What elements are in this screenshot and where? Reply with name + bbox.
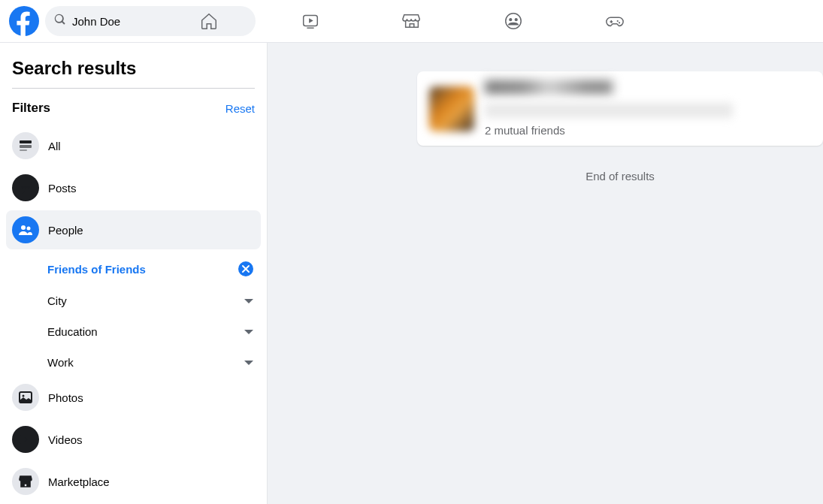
end-of-results: End of results <box>417 158 823 195</box>
sub-filter-label: Friends of Friends <box>47 263 146 276</box>
sub-filter-label: Work <box>47 356 74 369</box>
svg-rect-10 <box>20 149 27 151</box>
search-icon <box>54 14 66 29</box>
sub-filter-education[interactable]: Education <box>40 316 261 347</box>
sub-filter-label: City <box>47 294 67 307</box>
filter-label: People <box>48 224 83 237</box>
filter-label: Marketplace <box>48 475 110 488</box>
sub-filter-friends-of-friends[interactable]: Friends of Friends <box>40 252 261 285</box>
filter-marketplace[interactable]: Marketplace <box>6 462 261 501</box>
page-title: Search results <box>6 55 261 88</box>
gaming-tab[interactable] <box>600 6 630 36</box>
filter-posts[interactable]: Posts <box>6 168 261 207</box>
divider <box>12 88 255 89</box>
marketplace-tab[interactable] <box>397 6 427 36</box>
sub-filter-label: Education <box>47 325 98 338</box>
svg-point-7 <box>618 22 619 23</box>
chevron-down-icon <box>244 361 253 365</box>
chevron-down-icon <box>244 299 253 303</box>
svg-point-13 <box>28 186 29 188</box>
svg-point-6 <box>616 20 618 22</box>
svg-point-11 <box>22 186 23 188</box>
result-card[interactable]: 2 mutual friends <box>417 71 823 146</box>
filter-label: All <box>48 140 61 152</box>
svg-point-4 <box>509 18 512 21</box>
reset-link[interactable]: Reset <box>225 102 255 115</box>
sub-filter-city[interactable]: City <box>40 285 261 316</box>
people-icon <box>12 216 39 243</box>
svg-point-12 <box>25 186 26 188</box>
svg-point-3 <box>505 14 520 29</box>
svg-point-14 <box>21 225 26 230</box>
main-container: Search results Filters Reset All Posts P… <box>0 43 823 504</box>
nav-tabs <box>194 0 630 42</box>
content-area: 2 mutual friends End of results <box>267 43 823 504</box>
filter-people[interactable]: People <box>6 210 261 249</box>
sub-filter-work[interactable]: Work <box>40 347 261 378</box>
filter-label: Posts <box>48 182 77 195</box>
chevron-down-icon <box>244 330 253 334</box>
home-tab[interactable] <box>194 6 224 36</box>
result-name-redacted <box>485 80 613 94</box>
facebook-logo[interactable] <box>9 6 39 36</box>
close-icon[interactable] <box>238 261 253 276</box>
sidebar: Search results Filters Reset All Posts P… <box>0 43 267 504</box>
filter-label: Videos <box>48 433 83 446</box>
filter-all[interactable]: All <box>6 126 261 165</box>
svg-rect-8 <box>20 140 32 143</box>
svg-point-15 <box>27 227 31 231</box>
svg-rect-9 <box>20 145 32 148</box>
people-sub-filters: Friends of Friends City Education Work <box>6 252 261 378</box>
result-detail-redacted <box>485 103 733 118</box>
result-text: 2 mutual friends <box>485 80 811 137</box>
filter-label: Photos <box>48 391 83 404</box>
mutual-friends-text: 2 mutual friends <box>485 124 811 137</box>
svg-point-5 <box>514 18 517 21</box>
videos-icon <box>12 426 39 453</box>
avatar <box>429 86 474 131</box>
filters-header: Filters Reset <box>6 96 261 126</box>
photos-icon <box>12 384 39 411</box>
filter-videos[interactable]: Videos <box>6 420 261 459</box>
posts-icon <box>12 174 39 201</box>
filter-photos[interactable]: Photos <box>6 378 261 417</box>
filters-label: Filters <box>12 101 50 116</box>
all-icon <box>12 132 39 159</box>
marketplace-icon <box>12 468 39 495</box>
groups-tab[interactable] <box>498 6 528 36</box>
watch-tab[interactable] <box>295 6 325 36</box>
top-header <box>0 0 823 43</box>
svg-point-17 <box>23 395 25 397</box>
